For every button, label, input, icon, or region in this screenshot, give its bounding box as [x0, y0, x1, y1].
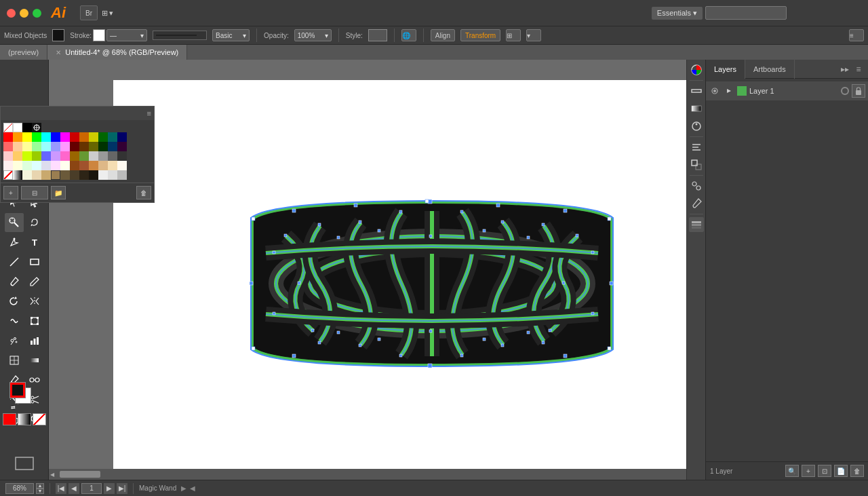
swatch[interactable]	[70, 151, 79, 161]
tool-info-expand[interactable]: ◀	[190, 484, 195, 492]
swatch[interactable]	[117, 170, 127, 180]
page-number-input[interactable]	[81, 483, 102, 494]
swatch[interactable]	[60, 161, 70, 170]
swatch[interactable]	[60, 142, 70, 151]
web-icon-button[interactable]: 🌐	[401, 29, 416, 41]
line-segment-tool[interactable]	[5, 252, 24, 271]
swatch[interactable]	[3, 170, 13, 180]
new-swatch-button[interactable]: +	[3, 186, 18, 199]
essentials-button[interactable]: Essentials ▾	[652, 7, 703, 20]
swatch[interactable]	[60, 170, 70, 180]
layer-target-indicator[interactable]	[841, 87, 849, 95]
swatch-gradient-wb[interactable]	[13, 170, 22, 180]
swatch-libs-button[interactable]: ⊟	[21, 186, 48, 199]
close-button[interactable]	[7, 9, 16, 18]
minimize-button[interactable]	[20, 9, 28, 18]
swatch[interactable]	[108, 151, 117, 161]
swatch[interactable]	[98, 161, 108, 170]
new-layer-button[interactable]: 📄	[834, 465, 848, 477]
appearance-panel-icon[interactable]	[689, 119, 704, 134]
swatch[interactable]	[3, 142, 13, 151]
free-transform-tool[interactable]	[25, 311, 44, 330]
first-page-button[interactable]: |◀	[56, 483, 66, 494]
swatch[interactable]	[41, 142, 51, 151]
swatch[interactable]	[41, 132, 51, 142]
stroke-profile-dropdown[interactable]: Basic ▾	[212, 29, 250, 41]
swatch[interactable]	[79, 142, 89, 151]
none-mode-button[interactable]	[33, 413, 46, 425]
new-sublayer-button[interactable]: +	[802, 465, 815, 477]
swatch[interactable]	[22, 151, 32, 161]
transform-panel-icon[interactable]	[689, 157, 704, 172]
swatch[interactable]	[117, 142, 127, 151]
stroke-weight-dropdown[interactable]: — ▾	[106, 29, 147, 41]
swatch[interactable]	[32, 161, 41, 170]
swatch[interactable]	[79, 161, 89, 170]
arrange-icon-button[interactable]: ⊞	[506, 29, 521, 41]
stroke-indicator[interactable]	[9, 382, 26, 398]
layer-expand-toggle[interactable]	[724, 85, 734, 96]
swatch-none[interactable]	[3, 123, 13, 132]
swatch[interactable]	[70, 142, 79, 151]
swatch[interactable]	[89, 170, 98, 180]
rectangle-tool[interactable]	[25, 252, 44, 271]
mesh-tool[interactable]	[5, 351, 24, 370]
fill-swatch[interactable]	[52, 29, 64, 41]
gradient-mode-button[interactable]	[18, 413, 31, 425]
swatch-black[interactable]	[22, 123, 32, 132]
magic-wand-tool[interactable]	[5, 213, 24, 232]
maximize-button[interactable]	[33, 9, 41, 18]
layer-lock-toggle[interactable]	[852, 84, 865, 98]
search-input[interactable]	[705, 6, 787, 20]
style-swatch[interactable]	[368, 29, 387, 41]
swatch[interactable]	[32, 132, 41, 142]
zoom-down-button[interactable]: ▼	[36, 489, 44, 494]
color-mode-button[interactable]	[3, 413, 16, 425]
layers-panel-icon[interactable]	[689, 217, 704, 232]
next-page-button[interactable]: ▶	[104, 483, 115, 494]
swatch[interactable]	[108, 161, 117, 170]
last-page-button[interactable]: ▶|	[117, 483, 127, 494]
tab-artboards[interactable]: Artboards	[745, 60, 795, 79]
options-menu-button[interactable]: ▾	[526, 29, 541, 41]
column-graph-tool[interactable]	[25, 331, 44, 350]
move-selection-button[interactable]: ⊡	[818, 465, 831, 477]
zoom-level[interactable]: 68%	[5, 483, 34, 494]
brushes-panel-icon[interactable]	[689, 196, 704, 211]
swatch[interactable]	[3, 151, 13, 161]
swatch[interactable]	[60, 132, 70, 142]
panel-expand-button[interactable]: ▸▸	[840, 64, 850, 75]
swatch[interactable]	[41, 170, 51, 180]
search-layers-button[interactable]: 🔍	[785, 465, 799, 477]
type-tool[interactable]: T	[25, 233, 44, 252]
swap-fill-stroke[interactable]: ⇄	[11, 404, 16, 411]
swatch[interactable]	[70, 170, 79, 180]
swatch[interactable]	[60, 151, 70, 161]
swatch[interactable]	[98, 151, 108, 161]
tab-preview[interactable]: (preview)	[0, 45, 47, 60]
screen-mode-button[interactable]	[15, 454, 34, 473]
stroke-swatch[interactable]	[93, 29, 105, 41]
delete-swatch-button[interactable]: 🗑	[136, 186, 151, 199]
swatch[interactable]	[98, 132, 108, 142]
align-panel-icon[interactable]	[689, 140, 704, 155]
swatch[interactable]	[32, 170, 41, 180]
delete-layer-button[interactable]: 🗑	[850, 465, 864, 477]
lasso-tool[interactable]	[25, 213, 44, 232]
swatch[interactable]	[32, 151, 41, 161]
rotate-tool[interactable]	[5, 292, 24, 311]
symbols-panel-icon[interactable]	[689, 178, 704, 193]
panel-menu-button[interactable]: ≡	[853, 64, 864, 75]
swatch[interactable]	[89, 142, 98, 151]
pen-tool[interactable]	[5, 233, 24, 252]
swatch[interactable]	[22, 132, 32, 142]
layer-visibility-toggle[interactable]	[709, 85, 721, 97]
swatch-folder-button[interactable]: 📁	[51, 186, 66, 199]
swatch[interactable]	[89, 132, 98, 142]
scroll-left-arrow[interactable]: ◀	[50, 472, 54, 478]
bridge-button[interactable]: Br	[80, 5, 98, 20]
h-scroll-thumb[interactable]	[60, 471, 100, 478]
gradient-tool[interactable]	[25, 351, 44, 370]
swatch[interactable]	[89, 151, 98, 161]
swatch[interactable]	[22, 142, 32, 151]
